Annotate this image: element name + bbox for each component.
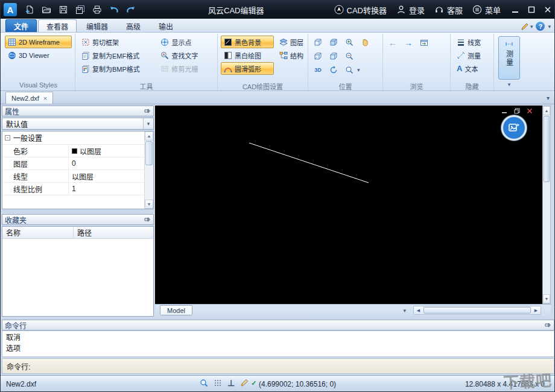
go-to-view-button[interactable] xyxy=(417,37,431,49)
scroll-down-icon[interactable]: ▼ xyxy=(543,294,550,303)
tab-viewer[interactable]: 查看器 xyxy=(38,19,77,32)
view-right-button[interactable] xyxy=(326,49,341,62)
scroll-up-icon[interactable]: ▲ xyxy=(543,106,550,115)
text-toggle-button[interactable]: A 文本 xyxy=(454,62,490,75)
scrollbar-thumb[interactable] xyxy=(145,141,153,165)
property-name: 线型 xyxy=(2,170,69,182)
command-input[interactable] xyxy=(34,359,554,373)
favorites-col-name[interactable]: 名称 xyxy=(2,227,74,238)
command-history-line: 取消 xyxy=(6,332,550,343)
image-tool-button[interactable] xyxy=(501,115,527,141)
structure-button[interactable]: 结构 xyxy=(276,49,304,62)
scrollbar-thumb[interactable] xyxy=(423,307,531,314)
layers-icon xyxy=(279,38,288,46)
forward-button[interactable]: → xyxy=(401,37,416,49)
view-3d-button[interactable]: 3D xyxy=(311,63,325,76)
copy-bmp-button[interactable]: 复制为BMP格式 xyxy=(78,62,155,75)
lineweight-button[interactable]: 线宽 xyxy=(454,36,490,48)
favorites-col-path[interactable]: 路径 xyxy=(74,227,153,238)
property-grid-scrollbar[interactable]: ▲ ▼ xyxy=(144,131,153,209)
copy-emf-button[interactable]: 复制为EMF格式 xyxy=(78,49,155,62)
undo-button[interactable] xyxy=(106,2,121,17)
document-tab[interactable]: New2.dxf × xyxy=(5,92,53,104)
collapse-icon[interactable]: - xyxy=(5,135,10,141)
clip-frame-button[interactable]: 剪切框架 xyxy=(78,36,155,48)
close-button[interactable] xyxy=(539,1,555,19)
new-file-button[interactable] xyxy=(22,2,37,17)
canvas-horizontal-scrollbar[interactable]: ◀ ▶ xyxy=(413,306,541,315)
smooth-arc-button[interactable]: 圆滑弧形 xyxy=(221,62,274,75)
pin-icon[interactable] xyxy=(144,107,151,115)
pan-hand-button[interactable] xyxy=(358,36,372,48)
person-icon xyxy=(396,5,406,14)
cad-converter-button[interactable]: CAD转换器 xyxy=(334,4,387,16)
scrollbar-thumb[interactable] xyxy=(544,116,550,182)
view-left-button[interactable] xyxy=(311,49,325,62)
show-points-button[interactable]: 显示点 xyxy=(157,36,214,48)
minimize-button[interactable] xyxy=(507,1,523,19)
print-button[interactable] xyxy=(89,2,104,17)
property-value[interactable]: 以图层 xyxy=(69,170,144,182)
view-front-button[interactable] xyxy=(326,36,341,48)
bw-drawing-button[interactable]: 黑白绘图 xyxy=(221,49,274,62)
pin-icon[interactable] xyxy=(144,216,151,223)
property-value[interactable]: 以图层 xyxy=(69,145,144,157)
grid-snap-icon[interactable] xyxy=(214,379,222,387)
zoom-window-button[interactable] xyxy=(342,63,357,76)
canvas-close-button[interactable] xyxy=(525,107,534,115)
layers-button[interactable]: 图层 xyxy=(276,36,304,48)
menu-button[interactable]: 菜单 xyxy=(472,4,501,16)
preset-dropdown[interactable]: 默认值 ▾ xyxy=(2,118,154,130)
support-button[interactable]: 客服 xyxy=(434,4,463,16)
tab-list-chevron[interactable]: ▾ xyxy=(545,95,551,104)
ribbon-collapse-chevron[interactable]: ▾ xyxy=(548,24,551,30)
color-swatch xyxy=(72,148,77,154)
zoom-in-button[interactable] xyxy=(342,36,357,48)
scroll-up-icon[interactable]: ▲ xyxy=(145,131,153,141)
canvas-minimize-button[interactable] xyxy=(500,107,509,115)
pin-icon[interactable] xyxy=(544,321,551,329)
scroll-right-icon[interactable]: ▶ xyxy=(531,306,541,314)
quick-style-button[interactable]: ▾ xyxy=(521,22,533,31)
save-button[interactable] xyxy=(56,2,71,17)
property-value[interactable]: 1 xyxy=(69,183,144,195)
model-tab[interactable]: Model xyxy=(160,305,192,315)
black-background-button[interactable]: 黑色背景 xyxy=(221,36,274,48)
find-text-button[interactable]: 查找文字 xyxy=(157,49,214,62)
measure-button[interactable]: 测量 xyxy=(454,49,490,62)
login-button[interactable]: 登录 xyxy=(396,4,425,16)
2d-wireframe-button[interactable]: 2D Wireframe xyxy=(5,36,72,48)
open-folder-button[interactable] xyxy=(39,2,54,17)
tab-file[interactable]: 文件 xyxy=(5,19,37,32)
tab-editor[interactable]: 编辑器 xyxy=(78,19,116,32)
redo-button[interactable] xyxy=(123,2,138,17)
zoom-out-button[interactable] xyxy=(342,49,357,62)
help-button[interactable]: ? xyxy=(536,22,545,31)
scroll-left-icon[interactable]: ◀ xyxy=(414,306,423,314)
canvas-restore-button[interactable] xyxy=(513,107,521,115)
orbit-button[interactable] xyxy=(326,63,341,76)
maximize-button[interactable] xyxy=(523,1,539,19)
zoom-status-icon[interactable] xyxy=(200,379,208,387)
favorites-list[interactable] xyxy=(2,239,153,316)
measure-panel-chevron[interactable]: ▾ xyxy=(508,81,511,87)
tab-output[interactable]: 输出 xyxy=(150,19,182,32)
zoom-options-chevron[interactable]: ▾ xyxy=(357,67,360,73)
document-tab-label: New2.dxf xyxy=(11,95,39,102)
draw-pen-icon[interactable] xyxy=(240,379,249,387)
layout-list-chevron[interactable]: ▾ xyxy=(403,308,406,314)
save-all-button[interactable] xyxy=(72,2,87,17)
scroll-down-icon[interactable]: ▼ xyxy=(145,200,153,209)
property-value[interactable]: 0 xyxy=(69,157,144,169)
drawing-canvas[interactable] xyxy=(155,106,542,304)
measure-panel-button[interactable]: 测量 xyxy=(498,36,520,80)
view-top-button[interactable] xyxy=(311,36,325,48)
ortho-icon[interactable]: ⊥ xyxy=(227,379,235,387)
tab-close-icon[interactable]: × xyxy=(43,95,47,102)
cad-converter-icon xyxy=(334,5,344,14)
back-button[interactable]: ← xyxy=(385,37,400,49)
canvas-vertical-scrollbar[interactable]: ▲ ▼ xyxy=(542,106,551,304)
property-group-row[interactable]: - 一般设置 xyxy=(2,131,144,145)
tab-advanced[interactable]: 高级 xyxy=(118,19,149,32)
3d-viewer-button[interactable]: 3D Viewer xyxy=(5,49,72,62)
